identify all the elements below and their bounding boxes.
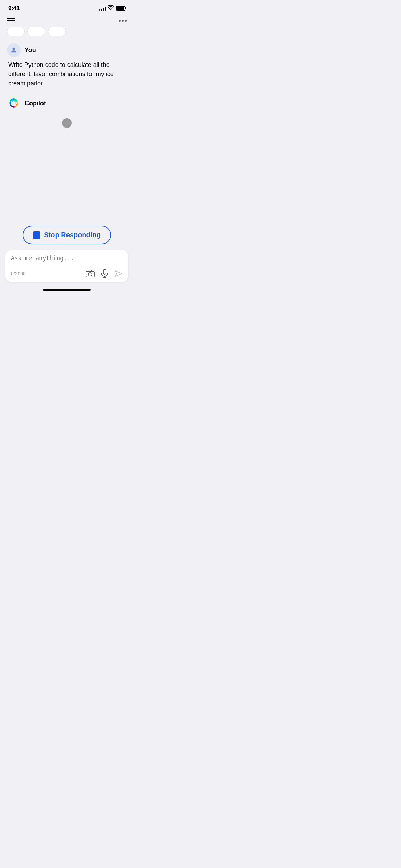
tab-chip-2[interactable] — [27, 27, 45, 36]
svg-point-5 — [88, 273, 92, 276]
stop-square-icon — [33, 231, 40, 239]
tab-chips-area — [0, 27, 134, 40]
copilot-loading-indicator — [62, 118, 72, 128]
copilot-avatar — [7, 96, 21, 110]
user-avatar — [7, 43, 21, 57]
input-toolbar: 0/2000 — [11, 269, 123, 278]
stop-responding-label: Stop Responding — [44, 231, 101, 239]
home-indicator — [0, 286, 134, 292]
input-actions — [86, 269, 123, 278]
copilot-sender-name: Copilot — [25, 100, 46, 107]
tab-chip-3[interactable] — [48, 27, 66, 36]
main-content: You Write Python code to calculate all t… — [0, 40, 134, 292]
hamburger-menu-icon[interactable] — [7, 18, 15, 23]
copilot-message-row: Copilot — [7, 96, 127, 128]
char-count: 0/2000 — [11, 271, 26, 276]
user-message-header: You — [7, 43, 127, 57]
signal-icon — [99, 6, 106, 11]
input-area: 0/2000 — [5, 250, 128, 282]
status-bar: 9:41 — [0, 0, 134, 14]
message-input[interactable] — [11, 255, 123, 264]
copilot-message-header: Copilot — [7, 96, 127, 110]
status-time: 9:41 — [8, 5, 20, 12]
chat-area: You Write Python code to calculate all t… — [0, 40, 134, 179]
battery-icon — [116, 6, 125, 11]
camera-button[interactable] — [86, 270, 95, 277]
tab-chip-1[interactable] — [7, 27, 25, 36]
home-bar — [43, 289, 91, 291]
user-sender-name: You — [25, 47, 36, 54]
send-button[interactable] — [114, 269, 123, 278]
stop-responding-container: Stop Responding — [0, 219, 134, 250]
svg-point-3 — [12, 101, 15, 105]
more-options-icon[interactable] — [119, 20, 127, 22]
svg-rect-6 — [103, 269, 106, 274]
svg-point-0 — [12, 48, 15, 50]
mic-button[interactable] — [101, 269, 108, 278]
user-message-text: Write Python code to calculate all the d… — [7, 60, 127, 88]
user-message-row: You Write Python code to calculate all t… — [7, 43, 127, 88]
wifi-icon — [108, 5, 114, 11]
nav-bar — [0, 14, 134, 27]
status-icons — [99, 5, 125, 11]
stop-responding-button[interactable]: Stop Responding — [23, 226, 111, 244]
